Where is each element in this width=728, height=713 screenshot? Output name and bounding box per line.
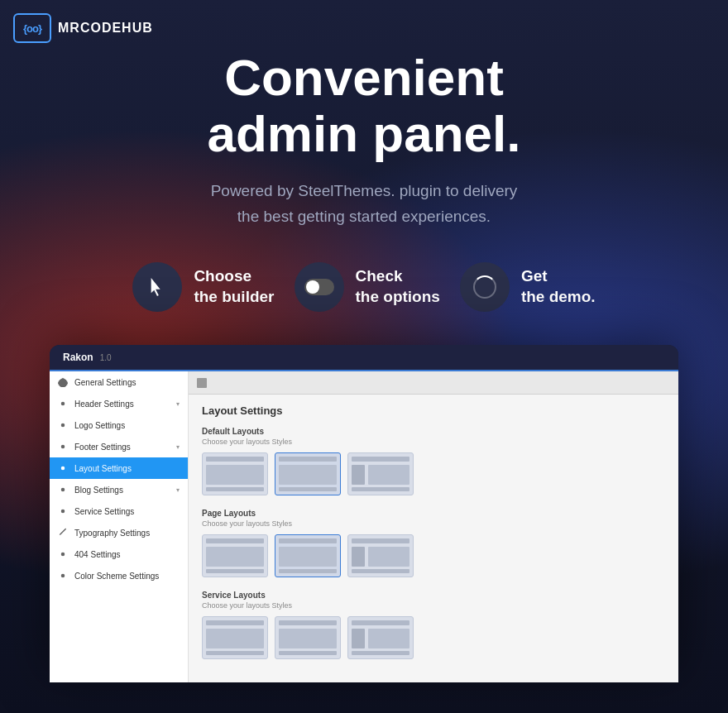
hero-title: Convenient admin panel. [0, 50, 728, 162]
layout-option-default-3[interactable] [347, 452, 414, 495]
admin-panel-wrapper: Rakon 1.0 General Settings Header Settin… [50, 345, 678, 682]
admin-body: General Settings Header Settings ▾ Logo … [50, 371, 678, 682]
layout-option-default-2[interactable] [275, 452, 341, 495]
default-layouts-label: Default Layouts [202, 427, 665, 436]
layout-option-default-1[interactable] [202, 452, 268, 495]
sidebar-404-settings-label: 404 Settings [74, 550, 121, 559]
toggle-thumb [306, 280, 319, 294]
sidebar-color-scheme-settings[interactable]: Color Scheme Settings [50, 565, 188, 586]
default-layouts-options [202, 452, 665, 495]
admin-main: Layout Settings Default Layouts Choose y… [189, 371, 678, 682]
sidebar-color-scheme-settings-label: Color Scheme Settings [74, 572, 159, 581]
logo-icon: {oo} [13, 13, 51, 43]
step-check-options: Checkthe options [295, 262, 440, 312]
logo-bar: {oo} MRCODEHUB [13, 13, 153, 43]
cursor-icon [132, 262, 182, 312]
sidebar-404-settings[interactable]: 404 Settings [50, 543, 188, 565]
step-get-demo: Getthe demo. [460, 262, 596, 312]
default-layouts-sub: Choose your layouts Styles [202, 438, 665, 446]
admin-sidebar: General Settings Header Settings ▾ Logo … [50, 371, 189, 682]
spinner-ring [473, 275, 496, 299]
layout-option-service-1[interactable] [202, 616, 268, 659]
admin-version: 1.0 [100, 353, 112, 362]
sidebar-service-settings[interactable]: Service Settings [50, 500, 188, 522]
service-layouts-options [202, 616, 665, 659]
sidebar-logo-settings[interactable]: Logo Settings [50, 414, 188, 436]
steps-section: Choosethe builder Checkthe options Getth… [99, 262, 628, 312]
sidebar-layout-settings[interactable]: Layout Settings [50, 457, 188, 479]
sidebar-general-settings[interactable]: General Settings [50, 371, 188, 393]
sidebar-typography-settings-label: Typography Settings [74, 529, 150, 538]
layout-option-service-3[interactable] [347, 616, 414, 659]
page-layouts-label: Page Layouts [202, 509, 665, 518]
step-choose-builder-label: Choosethe builder [194, 266, 274, 307]
sidebar-footer-settings-label: Footer Settings [74, 443, 131, 452]
logo-name: MRCODEHUB [58, 21, 153, 36]
sidebar-general-settings-label: General Settings [74, 378, 136, 387]
layout-settings-title: Layout Settings [202, 404, 665, 417]
sidebar-layout-settings-label: Layout Settings [74, 464, 132, 473]
sidebar-typography-settings[interactable]: Typography Settings [50, 522, 188, 543]
page-layouts-options [202, 534, 665, 577]
admin-topbar-title: Rakon [63, 352, 93, 363]
toggle-track [304, 279, 334, 295]
toggle-icon [295, 262, 344, 312]
layout-option-page-2[interactable] [275, 534, 341, 577]
admin-topbar: Rakon 1.0 [50, 345, 678, 371]
service-layouts-label: Service Layouts [202, 591, 665, 600]
sidebar-header-settings-label: Header Settings [74, 400, 134, 409]
sidebar-logo-settings-label: Logo Settings [74, 421, 125, 430]
main-toolbar [189, 371, 678, 395]
page-layouts-section: Page Layouts Choose your layouts Styles [202, 509, 665, 577]
step-choose-builder: Choosethe builder [132, 262, 274, 312]
sidebar-blog-settings-label: Blog Settings [74, 486, 123, 495]
sidebar-service-settings-label: Service Settings [74, 507, 134, 516]
layout-option-page-3[interactable] [347, 534, 414, 577]
service-layouts-section: Service Layouts Choose your layouts Styl… [202, 591, 665, 659]
page-layouts-sub: Choose your layouts Styles [202, 519, 665, 528]
toolbar-icon [197, 378, 207, 388]
sidebar-footer-settings[interactable]: Footer Settings ▾ [50, 436, 188, 457]
sidebar-blog-settings[interactable]: Blog Settings ▾ [50, 479, 188, 500]
layout-option-service-2[interactable] [275, 616, 341, 659]
default-layouts-section: Default Layouts Choose your layouts Styl… [202, 427, 665, 495]
main-content: Layout Settings Default Layouts Choose y… [189, 395, 678, 682]
service-layouts-sub: Choose your layouts Styles [202, 601, 665, 610]
layout-option-page-1[interactable] [202, 534, 268, 577]
step-check-options-label: Checkthe options [356, 266, 440, 307]
sidebar-header-settings[interactable]: Header Settings ▾ [50, 393, 188, 414]
content-wrapper: Convenient admin panel. Powered by Steel… [0, 0, 728, 682]
spinner-icon [460, 262, 510, 312]
hero-subtitle: Powered by SteelThemes. plugin to delive… [157, 179, 571, 229]
step-get-demo-label: Getthe demo. [521, 266, 596, 307]
